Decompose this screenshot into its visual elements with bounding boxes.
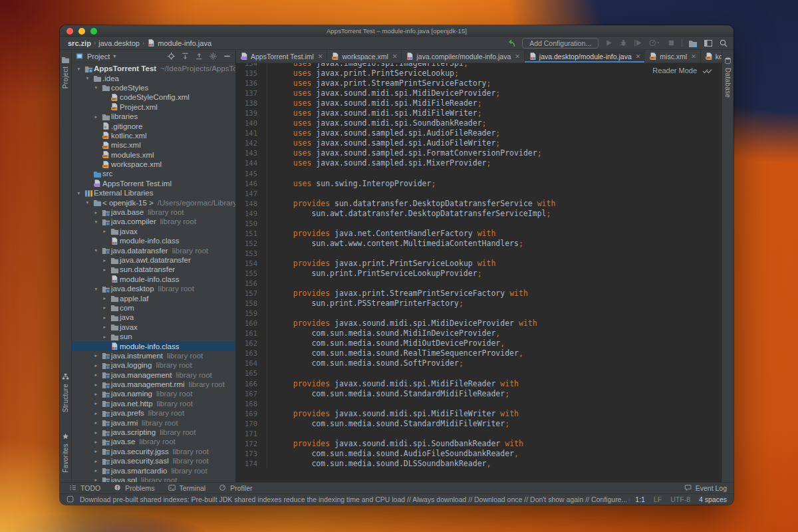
expand-all-icon[interactable]: [181, 52, 190, 61]
tree-item-java-base[interactable]: ▸java.baselibrary root: [72, 207, 235, 217]
tree-item-com[interactable]: ▸com: [72, 303, 235, 313]
chevron-down-icon[interactable]: ▾: [74, 190, 83, 196]
tree-item-java-naming[interactable]: ▸java.naminglibrary root: [72, 389, 235, 398]
tool-strip-project[interactable]: Project: [60, 55, 71, 88]
tree-item-java-scripting[interactable]: ▸java.scriptinglibrary root: [72, 428, 235, 437]
tree-item-java-awt-datatransfer[interactable]: ▸java.awt.datatransfer: [72, 255, 235, 265]
chevron-right-icon[interactable]: ▸: [100, 295, 109, 301]
tree-item-codestyleconfig-xml[interactable]: xmlcodeStyleConfig.xml: [72, 92, 235, 102]
run-with-coverage-icon[interactable]: [634, 39, 642, 47]
editor-body[interactable]: 134 uses javax.imageio.spi.ImageWriterSp…: [236, 63, 722, 482]
tree-item-java-sql[interactable]: ▸java.sqllibrary root: [72, 475, 235, 482]
close-window-button[interactable]: [66, 28, 73, 35]
chevron-right-icon[interactable]: ▸: [92, 420, 100, 426]
tree-item-module-info-class[interactable]: module-info.class: [72, 275, 235, 284]
chevron-right-icon[interactable]: ▸: [92, 362, 100, 368]
tree-item-module-info-class[interactable]: module-info.class: [72, 236, 235, 245]
chevron-right-icon[interactable]: ▸: [92, 458, 100, 464]
tree-item-java-security-sasl[interactable]: ▸java.security.sasllibrary root: [72, 456, 235, 466]
chevron-right-icon[interactable]: ▸: [92, 430, 100, 436]
tree-item-java-datatransfer[interactable]: ▾java.datatransferlibrary root: [72, 245, 235, 255]
window-titlebar[interactable]: AppsTorrent Test – module-info.java [ope…: [60, 25, 733, 37]
chevron-right-icon[interactable]: ▸: [92, 382, 100, 388]
chevron-down-icon[interactable]: ▾: [92, 286, 100, 292]
tree-item-codestyles[interactable]: ▾codeStyles: [72, 83, 235, 92]
undo-arrow-icon[interactable]: [507, 39, 516, 48]
chevron-right-icon[interactable]: ▸: [92, 477, 100, 482]
chevron-right-icon[interactable]: ▸: [100, 257, 109, 263]
tree-item-java-security-jgss[interactable]: ▸java.security.jgsslibrary root: [72, 447, 235, 456]
line-separator[interactable]: LF: [654, 495, 662, 503]
tree-item-java-compiler[interactable]: ▾java.compilerlibrary root: [72, 217, 235, 226]
tree-item-appstorrent-test[interactable]: ▾AppsTorrent Test~/IdeaProjects/AppsTorr…: [72, 64, 235, 73]
chevron-right-icon[interactable]: ▸: [100, 267, 109, 273]
tree-item-misc-xml[interactable]: xmlmisc.xml: [72, 140, 235, 150]
tab-kotlinc-xml[interactable]: xmlkotlinc.xml✕: [701, 50, 722, 63]
chevron-right-icon[interactable]: ▸: [92, 410, 100, 416]
tree-item-javax[interactable]: ▸javax: [72, 323, 235, 332]
tree-item-java-prefs[interactable]: ▸java.prefslibrary root: [72, 408, 235, 418]
toolwindow-button-profiler[interactable]: Profiler: [219, 484, 252, 492]
chevron-down-icon[interactable]: ▾: [92, 219, 100, 225]
tree-item-modules-xml[interactable]: xmlmodules.xml: [72, 150, 235, 160]
tree-item-workspace-xml[interactable]: xmlworkspace.xml: [72, 160, 235, 169]
chevron-down-icon[interactable]: ▾: [83, 75, 92, 81]
indentation[interactable]: 4 spaces: [699, 495, 727, 503]
project-structure-icon[interactable]: [688, 39, 698, 48]
tree-item-apple-laf[interactable]: ▸apple.laf: [72, 293, 235, 303]
chevron-right-icon[interactable]: ▸: [92, 352, 100, 358]
close-tab-icon[interactable]: ✕: [392, 53, 398, 60]
background-tasks-icon[interactable]: [66, 495, 74, 503]
tree-item-project-xml[interactable]: xmlProject.xml: [72, 102, 235, 112]
tree-item-java-se[interactable]: ▸java.selibrary root: [72, 437, 235, 446]
profiler-icon[interactable]: [648, 39, 661, 47]
tree-item-openjdk-15[interactable]: ▾< openjdk-15 >/Users/egormac/Library/Ja…: [72, 198, 235, 207]
breadcrumb-item-src-zip[interactable]: src.zip: [68, 39, 91, 47]
tree-item-java-rmi[interactable]: ▸java.rmilibrary root: [72, 418, 235, 427]
tree-item-java-instrument[interactable]: ▸java.instrumentlibrary root: [72, 351, 235, 360]
tree-item-java-logging[interactable]: ▸java.logginglibrary root: [72, 360, 235, 370]
event-log-button[interactable]: Event Log: [684, 484, 727, 492]
toolwindow-button-problems[interactable]: Problems: [114, 484, 154, 492]
chevron-right-icon[interactable]: ▸: [100, 334, 109, 340]
tree-item-java-smartcardio[interactable]: ▸java.smartcardiolibrary root: [72, 466, 235, 475]
chevron-right-icon[interactable]: ▸: [100, 305, 109, 311]
tree-item-java-net-http[interactable]: ▸java.net.httplibrary root: [72, 399, 235, 408]
chevron-right-icon[interactable]: ▸: [92, 372, 100, 378]
chevron-down-icon[interactable]: ▾: [74, 66, 83, 72]
chevron-right-icon[interactable]: ▸: [92, 400, 100, 406]
run-icon[interactable]: [604, 39, 613, 47]
chevron-right-icon[interactable]: ▸: [100, 228, 109, 234]
chevron-down-icon[interactable]: ▾: [92, 247, 100, 253]
chevron-down-icon[interactable]: ▾: [83, 200, 92, 205]
tree-item-appstorrent-test-iml[interactable]: AppsTorrent Test.iml: [72, 179, 235, 188]
chevron-right-icon[interactable]: ▸: [92, 467, 100, 473]
chevron-right-icon[interactable]: ▸: [92, 209, 100, 215]
tool-strip-database[interactable]: Database: [722, 57, 733, 98]
chevron-right-icon[interactable]: ▸: [92, 114, 100, 120]
close-tab-icon[interactable]: ✕: [691, 53, 696, 60]
status-message[interactable]: Download pre-built shared indexes: Pre-b…: [80, 495, 630, 503]
tree-item-java-desktop[interactable]: ▾java.desktoplibrary root: [72, 284, 235, 293]
tree-item-sun-datatransfer[interactable]: ▸sun.datatransfer: [72, 265, 235, 274]
tree-item-java-management-rmi[interactable]: ▸java.management.rmilibrary root: [72, 380, 235, 389]
gear-icon[interactable]: [209, 52, 217, 61]
collapse-all-icon[interactable]: [195, 52, 203, 61]
breadcrumb-item-module-info-java[interactable]: module-info.java: [158, 39, 211, 47]
debug-icon[interactable]: [619, 39, 628, 47]
tool-strip-structure[interactable]: Structure: [60, 373, 71, 412]
tree-item-external-libraries[interactable]: ▾External Libraries: [72, 188, 235, 198]
tab-workspace-xml[interactable]: xmlworkspace.xml✕: [327, 50, 402, 63]
locate-file-icon[interactable]: [167, 52, 176, 61]
breadcrumb-item-java-desktop[interactable]: java.desktop: [98, 39, 140, 47]
toolwindow-button-todo[interactable]: TODO: [69, 484, 100, 492]
reader-mode-badge[interactable]: Reader Mode: [652, 66, 712, 74]
chevron-down-icon[interactable]: ▾: [92, 84, 100, 90]
hide-panel-icon[interactable]: [223, 52, 231, 61]
tool-strip-favorites[interactable]: Favorites: [60, 433, 71, 473]
tab-misc-xml[interactable]: xmlmisc.xml✕: [645, 50, 700, 63]
tree-item-kotlinc-xml[interactable]: xmlkotlinc.xml: [72, 131, 235, 140]
close-tab-icon[interactable]: ✕: [515, 53, 520, 60]
toolwindow-button-terminal[interactable]: Terminal: [168, 484, 206, 492]
stop-icon[interactable]: [667, 39, 676, 47]
